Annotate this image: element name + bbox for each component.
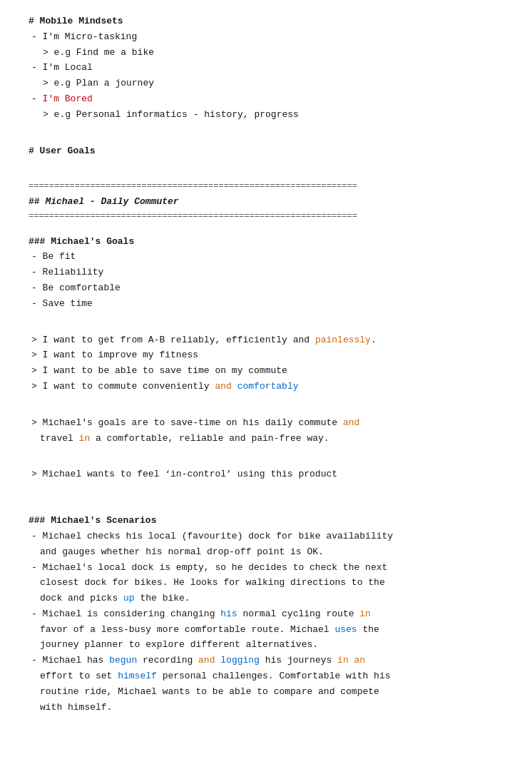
logging-highlight: logging [220, 655, 260, 666]
spacer [29, 457, 511, 467]
user-goals-section: # User Goals [29, 144, 511, 159]
spacer [29, 225, 511, 235]
quote-4: > I want to commute conveniently and com… [29, 380, 511, 394]
mobile-mindsets-heading: # Mobile Mindsets [29, 14, 511, 29]
summary-line-1: > Michael's goals are to save-time on hi… [29, 416, 511, 431]
scenarios-heading: ### Michael's Scenarios [29, 514, 511, 529]
goal-save-time: - Save time [29, 297, 511, 312]
control-line: > Michael wants to feel ‘in-control’ usi… [29, 467, 511, 482]
main-content: # Mobile Mindsets - I'm Micro-tasking > … [29, 14, 511, 715]
an-highlight: an [354, 655, 366, 666]
and-highlight-2: and [343, 417, 359, 428]
separator-bottom: ========================================… [29, 210, 511, 223]
summary-line-2: travel in a comfortable, reliable and pa… [29, 432, 511, 447]
scenario-1-line-1: - Michael checks his local (favourite) d… [29, 529, 511, 544]
quote-2: > I want to improve my fitness [29, 348, 511, 363]
comfortably-highlight: comfortably [237, 381, 299, 392]
and-highlight-3: and [198, 655, 215, 666]
himself-highlight: himself [118, 671, 157, 681]
scenario-1-line-2: and gauges whether his normal drop-off p… [29, 545, 511, 560]
scenario-3-line-3: journey planner to explore different alt… [29, 638, 511, 653]
michaels-goals-section: ### Michael's Goals - Be fit - Reliabili… [29, 235, 511, 312]
list-item: - I'm Micro-tasking [29, 30, 511, 45]
and-highlight: and [215, 381, 231, 392]
scenario-2-line-3: dock and picks up the bike. [29, 591, 511, 606]
uses-highlight: uses [334, 624, 357, 635]
list-item: - I'm Bored [29, 92, 511, 107]
painlessly-highlight: painlessly [315, 335, 371, 345]
quote-3: > I want to be able to save time on my c… [29, 364, 511, 379]
scenario-4-line-1: - Michael has begun recording and loggin… [29, 653, 511, 668]
mobile-mindsets-section: # Mobile Mindsets - I'm Micro-tasking > … [29, 14, 511, 123]
michaels-scenarios-section: ### Michael's Scenarios - Michael checks… [29, 514, 511, 715]
sub-item: > e.g Plan a journey [29, 76, 511, 91]
his-highlight: his [220, 608, 237, 619]
scenario-3-line-1: - Michael is considering changing his no… [29, 607, 511, 622]
spacer [29, 504, 511, 514]
spacer [29, 406, 511, 416]
user-goals-heading: # User Goals [29, 144, 511, 159]
spacer [29, 323, 511, 333]
michaels-goals-heading: ### Michael's Goals [29, 235, 511, 250]
scenario-3: - Michael is considering changing his no… [29, 607, 511, 653]
summary-section: > Michael's goals are to save-time on hi… [29, 416, 511, 447]
scenario-1: - Michael checks his local (favourite) d… [29, 529, 511, 560]
goals-quotes-section: > I want to get from A-B reliably, effic… [29, 333, 511, 394]
scenario-4-line-4: with himself. [29, 701, 511, 716]
goal-reliability: - Reliability [29, 265, 511, 280]
sub-item: > e.g Personal informatics - history, pr… [29, 108, 511, 123]
scenario-4-line-3: routine ride, Michael wants to be able t… [29, 685, 511, 700]
scenario-4-line-2: effort to set himself personal challenge… [29, 669, 511, 684]
sub-item: > e.g Find me a bike [29, 46, 511, 61]
list-item: - I'm Local [29, 61, 511, 76]
scenario-3-line-2: favor of a less-busy more comfortable ro… [29, 623, 511, 638]
scenario-2-line-2: closest dock for bikes. He looks for wal… [29, 576, 511, 591]
in-highlight-2: in [359, 608, 371, 619]
goal-fit: - Be fit [29, 250, 511, 265]
bored-highlight: I'm Bored [43, 93, 93, 104]
separator-top: ========================================… [29, 180, 511, 193]
spacer [29, 134, 511, 144]
begun-highlight: begun [109, 655, 137, 666]
scenario-2: - Michael's local dock is empty, so he d… [29, 561, 511, 606]
in-highlight-3: in [337, 655, 349, 666]
spacer [29, 494, 511, 504]
goal-comfortable: - Be comfortable [29, 281, 511, 296]
in-highlight: in [79, 433, 91, 444]
quote-1: > I want to get from A-B reliably, effic… [29, 333, 511, 348]
control-section: > Michael wants to feel ‘in-control’ usi… [29, 467, 511, 482]
up-highlight: up [123, 593, 135, 604]
spacer [29, 170, 511, 180]
scenario-4: - Michael has begun recording and loggin… [29, 653, 511, 715]
michael-heading: ## Michael - Daily Commuter [29, 195, 511, 210]
scenario-2-line-1: - Michael's local dock is empty, so he d… [29, 561, 511, 576]
